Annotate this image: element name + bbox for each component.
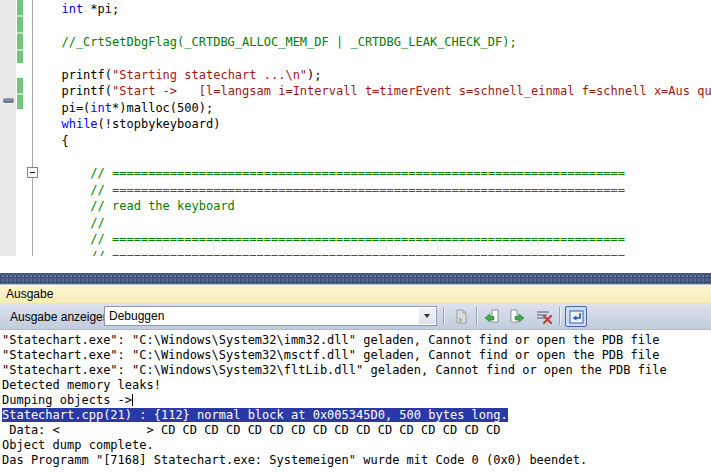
word-wrap-toggle-button[interactable]	[565, 306, 587, 327]
output-panel-title: Ausgabe	[6, 287, 53, 301]
window-splitter[interactable]	[0, 273, 711, 284]
chevron-down-icon[interactable]	[419, 308, 435, 324]
toolbar-separator	[443, 307, 444, 325]
toolbar-separator	[476, 307, 477, 325]
previous-message-icon	[484, 309, 501, 325]
clear-all-button[interactable]	[533, 306, 555, 327]
vs-ide-window: int *pi; //_CrtSetDbgFlag(_CRTDBG_ALLOC_…	[0, 0, 711, 472]
output-lines[interactable]: "Statechart.exe": "C:\Windows\System32\i…	[0, 330, 711, 472]
next-message-button[interactable]	[505, 306, 527, 327]
output-source-combobox[interactable]: Debuggen	[104, 306, 437, 326]
outline-guide-line	[32, 0, 33, 256]
change-tracking-bar	[17, 0, 23, 63]
code-editor[interactable]: int *pi; //_CrtSetDbgFlag(_CRTDBG_ALLOC_…	[0, 0, 711, 256]
output-toolbar: Ausgabe anzeigen von: Debuggen	[0, 303, 711, 330]
combobox-value: Debuggen	[109, 309, 164, 323]
indicator-margin[interactable]	[0, 0, 16, 256]
find-message-icon	[453, 309, 469, 325]
previous-message-button[interactable]	[481, 306, 503, 327]
output-panel-header[interactable]: Ausgabe	[0, 284, 711, 303]
margin-marker-icon	[3, 98, 14, 103]
find-message-button[interactable]	[450, 306, 472, 327]
next-message-icon	[508, 309, 525, 325]
code-lines[interactable]: int *pi; //_CrtSetDbgFlag(_CRTDBG_ALLOC_…	[47, 1, 711, 256]
clear-all-icon	[536, 309, 553, 325]
change-tracking-bar	[17, 78, 23, 109]
collapse-region-toggle[interactable]	[27, 167, 38, 178]
minus-icon	[30, 172, 35, 173]
toolbar-separator	[559, 307, 560, 325]
word-wrap-icon	[569, 310, 584, 324]
